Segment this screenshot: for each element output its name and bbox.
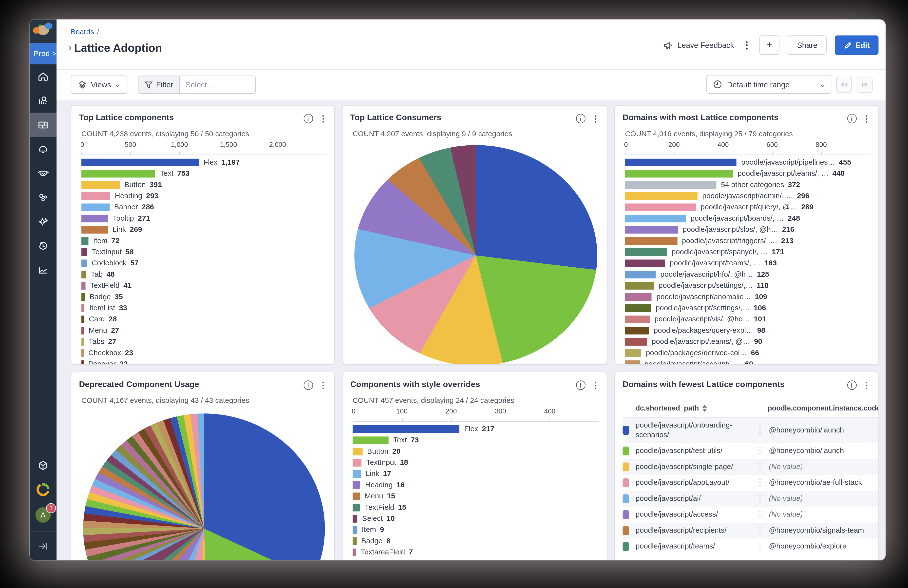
sidebar-expand-button[interactable]: [29, 534, 56, 558]
edit-button[interactable]: Edit: [835, 35, 879, 55]
sidebar-item-boards[interactable]: [29, 113, 56, 137]
bar[interactable]: [81, 192, 110, 200]
bar[interactable]: [625, 248, 667, 256]
breadcrumb[interactable]: Boards/: [71, 27, 99, 36]
time-range-dropdown[interactable]: Default time range ⌄: [707, 75, 832, 93]
leave-feedback-button[interactable]: Leave Feedback: [663, 40, 734, 50]
row-kebab-icon[interactable]: [752, 511, 768, 518]
bar-row[interactable]: Link 269: [81, 226, 327, 234]
bar-row[interactable]: poodle/javascript/teams/, … 163: [625, 259, 870, 267]
collapse-chevron-icon[interactable]: ›: [68, 42, 72, 54]
bar-row[interactable]: poodle/javascript/anomalie… 109: [625, 293, 870, 301]
bar-row[interactable]: poodle/javascript/triggers/, … 213: [625, 237, 870, 245]
sidebar-item-history[interactable]: [29, 234, 56, 258]
bar[interactable]: [625, 226, 678, 234]
bar[interactable]: [81, 282, 85, 290]
sidebar-item-query[interactable]: [29, 89, 56, 113]
bar[interactable]: [81, 327, 84, 335]
bar-row[interactable]: Flex 1,197: [81, 159, 327, 166]
bar-row[interactable]: TextInput 18: [353, 459, 599, 467]
bar[interactable]: [353, 493, 360, 500]
bar[interactable]: [625, 282, 654, 290]
bar[interactable]: [81, 271, 86, 279]
bar-row[interactable]: 54 other categories 372: [625, 181, 870, 189]
bar[interactable]: [81, 316, 84, 323]
bar-row[interactable]: poodle/javascript/teams/, … 440: [625, 170, 870, 177]
breadcrumb-link[interactable]: Boards: [71, 27, 94, 36]
card-kebab-menu[interactable]: [591, 113, 600, 125]
header-kebab-menu[interactable]: [742, 39, 751, 52]
table-row[interactable]: poodle/javascript/onboarding-scenarios/ …: [623, 418, 878, 443]
bar-row[interactable]: Codeblock 57: [81, 259, 327, 267]
card-kebab-menu[interactable]: [591, 379, 600, 391]
bar[interactable]: [81, 159, 199, 166]
bar-row[interactable]: Checkbox 23: [81, 349, 327, 357]
sort-icon[interactable]: [702, 404, 707, 412]
bar-row[interactable]: Heading 293: [81, 192, 327, 200]
card-kebab-menu[interactable]: [862, 113, 871, 125]
bar[interactable]: [81, 170, 155, 177]
sidebar-item-service-map[interactable]: [29, 161, 56, 185]
bar-row[interactable]: Item 9: [353, 526, 599, 534]
bar[interactable]: [625, 271, 655, 279]
bar-row[interactable]: TextField 41: [81, 282, 327, 290]
info-icon[interactable]: i: [576, 114, 585, 123]
bar-row[interactable]: poodle/javascript/admin/, … 296: [625, 192, 870, 200]
sidebar-item-ai[interactable]: [29, 209, 56, 234]
bar[interactable]: [353, 515, 357, 523]
bar-row[interactable]: [353, 560, 599, 561]
bar[interactable]: [81, 203, 109, 211]
bar[interactable]: [625, 327, 649, 335]
bar-row[interactable]: Tooltip 271: [81, 215, 327, 222]
card-kebab-menu[interactable]: [319, 113, 327, 125]
sidebar-item-usage[interactable]: [29, 477, 56, 501]
bar[interactable]: [353, 526, 357, 534]
table-row[interactable]: poodle/javascript/ai/ (No value): [623, 490, 878, 507]
table-row[interactable]: poodle/javascript/single-page/ (No value…: [623, 459, 878, 475]
bar[interactable]: [81, 237, 89, 245]
bar-row[interactable]: Item 72: [81, 237, 327, 245]
bar-row[interactable]: TextField 15: [353, 504, 599, 511]
bar[interactable]: [81, 226, 108, 234]
bar[interactable]: [353, 437, 389, 444]
bar-row[interactable]: Flex 217: [353, 425, 599, 433]
bar[interactable]: [625, 170, 733, 177]
table-row[interactable]: poodle/javascript/teams/ @honeycombio/ex…: [623, 538, 878, 554]
bar-row[interactable]: Text 753: [81, 170, 327, 177]
bar[interactable]: [353, 548, 356, 556]
row-kebab-icon[interactable]: [752, 447, 768, 454]
sidebar-item-metrics[interactable]: [29, 258, 56, 282]
sidebar-item-packages[interactable]: [29, 453, 56, 477]
column-header-path[interactable]: dc.shortened_path: [636, 404, 752, 412]
bar[interactable]: [81, 304, 85, 312]
row-kebab-icon[interactable]: [752, 427, 768, 434]
bar[interactable]: [625, 293, 652, 301]
bar-row[interactable]: Badge 35: [81, 293, 327, 301]
time-forward-button[interactable]: [856, 76, 873, 92]
column-header-codeowner[interactable]: poodle.component.instance.code…: [768, 404, 878, 412]
bar-row[interactable]: poodle/javascript/settings/,… 118: [625, 282, 870, 290]
bar-row[interactable]: poodle/packages/query-expl… 98: [625, 327, 870, 335]
bar-row[interactable]: Text 73: [353, 437, 599, 444]
bar[interactable]: [81, 361, 84, 365]
bar[interactable]: [625, 338, 647, 346]
sidebar-item-home[interactable]: [29, 64, 56, 89]
views-dropdown[interactable]: Views ⌄: [71, 76, 127, 94]
bar-row[interactable]: poodle/javascript/vis/, @ho… 101: [625, 316, 870, 323]
bar-row[interactable]: Heading 16: [353, 482, 599, 489]
pie[interactable]: [83, 414, 325, 561]
bar[interactable]: [625, 304, 651, 312]
bar-row[interactable]: poodle/javascript/account/, … 60: [625, 361, 870, 365]
bar[interactable]: [353, 482, 361, 489]
bar-row[interactable]: TextInput 58: [81, 248, 327, 256]
bar-row[interactable]: poodle/javascript/query/, @… 289: [625, 203, 870, 211]
bar-row[interactable]: poodle/javascript/pipelines… 455: [625, 159, 870, 166]
bar-row[interactable]: ItemList 33: [81, 304, 327, 312]
sidebar-item-alerts[interactable]: [29, 137, 56, 161]
bar-row[interactable]: poodle/javascript/spanyel/, … 171: [625, 248, 870, 256]
bar-row[interactable]: Link 17: [353, 470, 599, 478]
bar[interactable]: [625, 192, 697, 200]
time-back-button[interactable]: [836, 76, 852, 92]
info-icon[interactable]: i: [303, 381, 312, 390]
sidebar-item-connections[interactable]: [29, 185, 56, 209]
